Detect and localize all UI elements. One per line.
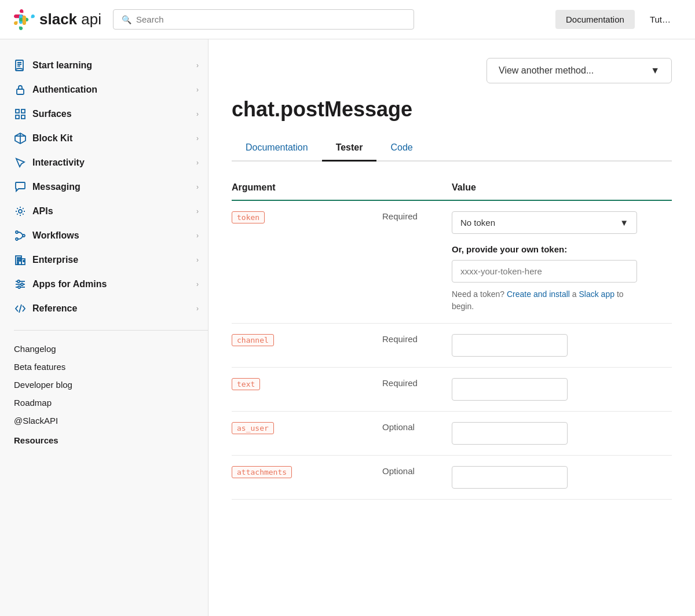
sidebar-item-authentication[interactable]: Authentication ›: [14, 78, 208, 102]
token-help-text: Need a token? Create and install a Slack…: [452, 288, 637, 313]
table-row: channel Required: [232, 324, 672, 368]
svg-rect-1: [17, 89, 24, 94]
sidebar-item-enterprise[interactable]: Enterprise ›: [14, 248, 208, 272]
token-dropdown[interactable]: No token ▼: [452, 211, 637, 234]
chevron-right-icon: ›: [196, 232, 199, 240]
search-icon: 🔍: [122, 15, 131, 24]
sidebar-item-workflows[interactable]: Workflows ›: [14, 223, 208, 248]
sidebar-item-messaging[interactable]: Messaging ›: [14, 175, 208, 199]
resources-section-title: Resources: [14, 430, 208, 448]
sidebar-link-beta-features[interactable]: Beta features: [14, 358, 208, 376]
sidebar-item-apis[interactable]: APIs ›: [14, 199, 208, 223]
arg-cell-text: text: [232, 368, 382, 412]
sidebar-item-apps-for-admins[interactable]: Apps for Admins ›: [14, 272, 208, 296]
tutorials-nav-button[interactable]: Tut…: [639, 10, 681, 29]
sidebar-item-label: Reference: [32, 303, 191, 314]
sidebar-item-label: Interactivity: [32, 157, 191, 168]
arg-cell-token: token: [232, 200, 382, 324]
svg-rect-15: [20, 260, 21, 261]
enterprise-icon: [14, 254, 27, 266]
chevron-right-icon: ›: [196, 305, 199, 313]
required-cell-text: Required: [382, 368, 452, 412]
chevron-right-icon: ›: [196, 61, 199, 69]
col-argument: Argument: [232, 175, 382, 200]
sidebar-item-label: Authentication: [32, 85, 191, 95]
svg-rect-3: [21, 109, 25, 113]
own-token-input[interactable]: [452, 260, 637, 283]
arg-cell-channel: channel: [232, 324, 382, 368]
value-cell-text: [452, 368, 672, 412]
header-nav: Documentation Tut…: [555, 10, 681, 29]
tab-code[interactable]: Code: [376, 135, 426, 162]
documentation-nav-button[interactable]: Documentation: [555, 10, 635, 29]
create-install-link[interactable]: Create and install: [507, 289, 570, 299]
method-selector-dropdown[interactable]: View another method... ▼: [487, 58, 672, 83]
optional-label: Optional: [382, 466, 415, 476]
book-icon: [14, 59, 27, 72]
optional-cell-attachments: Optional: [382, 456, 452, 500]
arg-cell-as-user: as_user: [232, 412, 382, 456]
table-row: as_user Optional: [232, 412, 672, 456]
token-dropdown-arrow-icon: ▼: [620, 218, 628, 228]
sidebar-item-start-learning[interactable]: Start learning ›: [14, 53, 208, 78]
svg-rect-14: [17, 260, 19, 261]
table-row: attachments Optional: [232, 456, 672, 500]
sidebar-item-label: Apps for Admins: [32, 279, 191, 289]
code-icon: [14, 302, 27, 315]
method-selector-label: View another method...: [499, 65, 594, 76]
arg-tag-channel: channel: [232, 334, 274, 346]
sidebar-item-interactivity[interactable]: Interactivity ›: [14, 151, 208, 175]
sidebar-link-roadmap[interactable]: Roadmap: [14, 394, 208, 412]
arg-cell-attachments: attachments: [232, 456, 382, 500]
arg-tag-token: token: [232, 211, 265, 223]
value-cell-channel: [452, 324, 672, 368]
sidebar-divider: [14, 330, 208, 331]
svg-rect-4: [16, 115, 19, 119]
chevron-right-icon: ›: [196, 280, 199, 288]
token-section: No token ▼ Or, provide your own token: N…: [452, 211, 672, 313]
value-cell-as-user: [452, 412, 672, 456]
value-cell-attachments: [452, 456, 672, 500]
logo-text: slack api: [39, 10, 101, 28]
attachments-input[interactable]: [452, 466, 568, 489]
dropdown-arrow-icon: ▼: [650, 65, 660, 76]
sidebar-link-developer-blog[interactable]: Developer blog: [14, 376, 208, 394]
col-empty: [382, 175, 452, 200]
own-token-label: Or, provide your own token:: [452, 244, 672, 254]
svg-rect-13: [20, 258, 21, 259]
logo[interactable]: slack api: [14, 9, 101, 30]
search-bar[interactable]: 🔍: [113, 9, 414, 30]
as-user-input[interactable]: [452, 422, 568, 445]
required-cell-channel: Required: [382, 324, 452, 368]
tab-tester[interactable]: Tester: [322, 135, 377, 162]
chevron-right-icon: ›: [196, 183, 199, 191]
sidebar-item-block-kit[interactable]: Block Kit ›: [14, 126, 208, 151]
sidebar-item-surfaces[interactable]: Surfaces ›: [14, 102, 208, 126]
text-input[interactable]: [452, 378, 568, 401]
svg-point-23: [18, 286, 20, 288]
sidebar-item-label: Workflows: [32, 230, 191, 241]
chevron-right-icon: ›: [196, 134, 199, 142]
svg-rect-5: [21, 115, 25, 119]
chevron-right-icon: ›: [196, 256, 199, 264]
search-input[interactable]: [136, 14, 405, 24]
message-icon: [14, 181, 27, 193]
sidebar-item-reference[interactable]: Reference ›: [14, 296, 208, 321]
sidebar-link-changelog[interactable]: Changelog: [14, 340, 208, 358]
table-row: token Required No token ▼ Or, provide yo…: [232, 200, 672, 324]
sidebar-link-slackapi[interactable]: @SlackAPI: [14, 412, 208, 430]
main-content: View another method... ▼ chat.postMessag…: [209, 39, 695, 616]
cursor-icon: [14, 156, 27, 169]
layout: Start learning › Authentication ›: [0, 39, 695, 616]
arg-tag-as-user: as_user: [232, 422, 274, 434]
svg-rect-16: [17, 262, 19, 265]
optional-cell-as-user: Optional: [382, 412, 452, 456]
sidebar-item-label: Surfaces: [32, 109, 191, 119]
chevron-right-icon: ›: [196, 207, 199, 215]
sidebar: Start learning › Authentication ›: [0, 39, 209, 616]
tab-documentation[interactable]: Documentation: [232, 135, 322, 162]
method-title: chat.postMessage: [232, 97, 672, 122]
channel-input[interactable]: [452, 334, 568, 357]
slack-app-link[interactable]: Slack app: [579, 289, 614, 299]
gear-icon: [14, 205, 27, 218]
